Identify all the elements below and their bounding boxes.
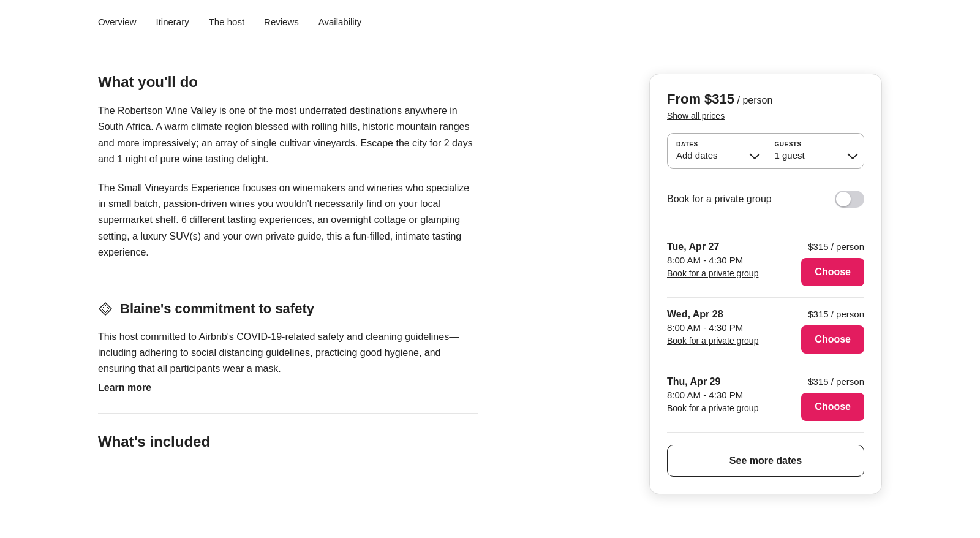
guests-chevron-icon xyxy=(848,149,858,159)
private-group-toggle[interactable] xyxy=(835,191,864,208)
nav-bar: OverviewItineraryThe hostReviewsAvailabi… xyxy=(0,0,980,44)
guests-label: GUESTS xyxy=(775,141,856,148)
right-column: From $315 / person Show all prices DATES… xyxy=(649,74,882,494)
date-time-0: 8:00 AM - 4:30 PM xyxy=(667,255,791,265)
date-price-col-1: $315 / person Choose xyxy=(801,309,864,354)
safety-diamond-icon xyxy=(98,301,113,316)
book-private-link-2[interactable]: Book for a private group xyxy=(667,403,758,413)
nav-link-reviews[interactable]: Reviews xyxy=(264,17,299,27)
choose-button-2[interactable]: Choose xyxy=(801,393,864,421)
price-per: / person xyxy=(737,95,773,105)
date-info-0: Tue, Apr 27 8:00 AM - 4:30 PM Book for a… xyxy=(667,241,791,279)
slot-price-0: $315 / person xyxy=(808,241,864,252)
toggle-knob xyxy=(836,192,851,206)
choose-button-1[interactable]: Choose xyxy=(801,325,864,354)
nav-link-overview[interactable]: Overview xyxy=(98,17,137,27)
date-slot-2: Thu, Apr 29 8:00 AM - 4:30 PM Book for a… xyxy=(667,365,864,433)
dates-chevron-icon xyxy=(749,149,760,159)
learn-more-link[interactable]: Learn more xyxy=(98,382,151,393)
selectors-row: DATES Add dates GUESTS 1 guest xyxy=(667,133,864,169)
what-you-do-title: What you'll do xyxy=(98,74,478,91)
date-label-2: Thu, Apr 29 xyxy=(667,376,791,387)
book-private-link-1[interactable]: Book for a private group xyxy=(667,336,758,346)
booking-card: From $315 / person Show all prices DATES… xyxy=(649,74,882,494)
date-info-1: Wed, Apr 28 8:00 AM - 4:30 PM Book for a… xyxy=(667,309,791,346)
nav-link-itinerary[interactable]: Itinerary xyxy=(156,17,189,27)
date-price-col-0: $315 / person Choose xyxy=(801,241,864,286)
divider-1 xyxy=(98,281,478,281)
guests-value: 1 guest xyxy=(775,150,805,161)
slot-price-1: $315 / person xyxy=(808,309,864,319)
main-content: What you'll do The Robertson Wine Valley… xyxy=(0,44,980,524)
date-slot-1: Wed, Apr 28 8:00 AM - 4:30 PM Book for a… xyxy=(667,298,864,365)
whats-included-title: What's included xyxy=(98,433,478,450)
guests-value-row: 1 guest xyxy=(775,150,856,161)
show-all-prices-link[interactable]: Show all prices xyxy=(667,111,864,121)
description-paragraph-2: The Small Vineyards Experience focuses o… xyxy=(98,180,478,261)
dates-value: Add dates xyxy=(676,150,718,161)
nav-link-availability[interactable]: Availability xyxy=(318,17,362,27)
safety-text: This host committed to Airbnb's COVID-19… xyxy=(98,329,478,377)
dates-label: DATES xyxy=(676,141,757,148)
description-paragraph-1: The Robertson Wine Valley is one of the … xyxy=(98,103,478,168)
price-from: From $315 xyxy=(667,91,734,107)
choose-button-0[interactable]: Choose xyxy=(801,258,864,286)
safety-header: Blaine's commitment to safety xyxy=(98,301,478,317)
date-slot-0: Tue, Apr 27 8:00 AM - 4:30 PM Book for a… xyxy=(667,230,864,298)
nav-link-the-host[interactable]: The host xyxy=(209,17,244,27)
see-more-dates-button[interactable]: See more dates xyxy=(667,445,864,477)
date-price-col-2: $315 / person Choose xyxy=(801,376,864,421)
dates-value-row: Add dates xyxy=(676,150,757,161)
dates-selector[interactable]: DATES Add dates xyxy=(668,134,766,168)
guests-selector[interactable]: GUESTS 1 guest xyxy=(766,134,864,168)
private-group-row: Book for a private group xyxy=(667,181,864,218)
date-label-0: Tue, Apr 27 xyxy=(667,241,791,252)
divider-2 xyxy=(98,413,478,414)
book-private-link-0[interactable]: Book for a private group xyxy=(667,268,758,278)
date-time-2: 8:00 AM - 4:30 PM xyxy=(667,390,791,400)
date-info-2: Thu, Apr 29 8:00 AM - 4:30 PM Book for a… xyxy=(667,376,791,414)
slot-price-2: $315 / person xyxy=(808,376,864,387)
private-group-label: Book for a private group xyxy=(667,194,772,205)
left-column: What you'll do The Robertson Wine Valley… xyxy=(98,74,478,494)
date-label-1: Wed, Apr 28 xyxy=(667,309,791,320)
date-time-1: 8:00 AM - 4:30 PM xyxy=(667,322,791,333)
safety-title: Blaine's commitment to safety xyxy=(120,301,314,317)
price-row: From $315 / person xyxy=(667,91,864,107)
date-slots-container: Tue, Apr 27 8:00 AM - 4:30 PM Book for a… xyxy=(667,230,864,433)
